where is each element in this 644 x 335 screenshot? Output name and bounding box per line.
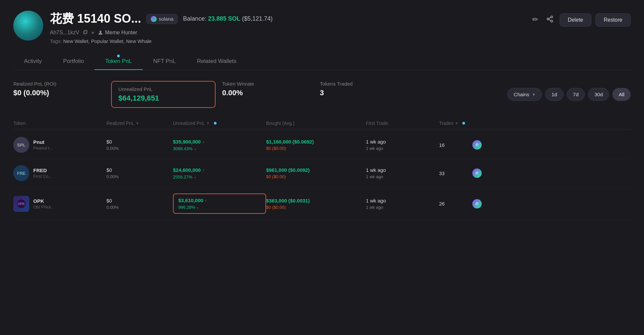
bought-sold-cell: $961,000 ($0.0092) $0 ($0.00) bbox=[266, 167, 366, 179]
share-button[interactable] bbox=[544, 13, 556, 27]
th-chain bbox=[472, 121, 492, 126]
th-bought-sold[interactable]: Bought (Avg.) bbox=[266, 121, 366, 126]
down-chevron: ⌄ bbox=[196, 205, 199, 209]
tab-related-wallets[interactable]: Related Wallets bbox=[186, 53, 247, 70]
trades-count-cell: 16 bbox=[439, 142, 472, 148]
th-trade-times: First Trade bbox=[366, 121, 439, 126]
wallet-address-row: Ah7S...1kzV ● Meme Hunter bbox=[50, 30, 273, 36]
th-trades[interactable]: Trades ▼ bbox=[439, 121, 472, 126]
token-avatar-opk: OPK bbox=[13, 196, 29, 212]
time-btn-all[interactable]: All bbox=[612, 88, 631, 101]
realized-roi-val: 0.00% bbox=[106, 146, 173, 151]
table-header: Token Realized PnL ▼ Unrealized PnL ▼ Bo… bbox=[13, 117, 631, 130]
realized-pnl-val: $0 bbox=[106, 198, 173, 203]
first-trade-val: 1 wk ago bbox=[366, 198, 439, 203]
th-realized-pnl[interactable]: Realized PnL ▼ bbox=[106, 121, 173, 126]
token-name-group: FRED First Co... bbox=[33, 168, 52, 179]
realized-pnl-cell: $0 0.00% bbox=[106, 198, 173, 210]
unrealized-pnl-val: $35,900,000 bbox=[173, 139, 201, 145]
time-btn-30d[interactable]: 30d bbox=[588, 88, 609, 101]
tab-token-pnl[interactable]: Token PnL bbox=[94, 53, 142, 70]
bought-val: $363,000 ($0.0031) bbox=[266, 198, 366, 203]
delete-button[interactable]: Delete bbox=[560, 13, 591, 27]
up-arrow: ↑ bbox=[202, 140, 205, 145]
time-btn-1d[interactable]: 1d bbox=[545, 88, 564, 101]
restore-button[interactable]: Restore bbox=[595, 13, 631, 27]
realized-pnl-cell: $0 0.00% bbox=[106, 139, 173, 151]
realized-pnl-val: $0 bbox=[106, 139, 173, 145]
sort-icon: ▼ bbox=[135, 121, 139, 125]
svg-line-6 bbox=[549, 19, 551, 21]
trade-times-cell: 1 wk ago 1 wk ago bbox=[366, 167, 439, 179]
tags-row: Tags: New Wallet, Popular Wallet, New Wh… bbox=[50, 38, 273, 44]
unrealized-pnl-cell: $24,600,000 ↑ 2558.27% ⌄ bbox=[173, 167, 266, 179]
th-unrealized-pnl[interactable]: Unrealized PnL ▼ bbox=[173, 121, 266, 126]
last-trade-val: 1 wk ago bbox=[366, 205, 439, 210]
chain-badge[interactable]: solana bbox=[146, 14, 178, 24]
down-chevron: ⌄ bbox=[194, 147, 197, 151]
unrealized-roi-val: 996.28% ⌄ bbox=[178, 205, 261, 210]
chains-label: Chains bbox=[514, 92, 529, 97]
tab-portfolio[interactable]: Portfolio bbox=[53, 53, 94, 70]
tab-activity[interactable]: Activity bbox=[13, 53, 53, 70]
edit-button[interactable]: ✏ bbox=[530, 13, 540, 26]
unrealized-pnl-stat: Unrealized PnL $64,129,651 bbox=[111, 81, 216, 108]
first-trade-val: 1 wk ago bbox=[366, 139, 439, 145]
trades-count-cell: 33 bbox=[439, 170, 472, 176]
sold-val: $0 ($0.00) bbox=[266, 146, 366, 151]
unrealized-pnl-val: $3,610,000 bbox=[178, 197, 203, 203]
page-header: 花费 15140 SO... solana Balance: 23.885 SO… bbox=[13, 11, 631, 44]
wallet-address: Ah7S...1kzV bbox=[50, 30, 79, 36]
chains-dropdown[interactable]: Chains ▼ bbox=[507, 88, 542, 101]
trade-times-cell: 1 wk ago 1 wk ago bbox=[366, 198, 439, 210]
chain-icon-row bbox=[472, 140, 482, 150]
svg-line-7 bbox=[549, 17, 551, 19]
token-sub: Obi PNut... bbox=[33, 204, 55, 209]
balance-sol: 23.885 SOL bbox=[208, 15, 240, 22]
realized-roi-val: 0.00% bbox=[106, 205, 173, 210]
svg-text:OPK: OPK bbox=[18, 202, 25, 206]
token-name: Pnut bbox=[33, 139, 53, 145]
solana-chain-icon bbox=[151, 16, 157, 22]
copy-icon[interactable] bbox=[82, 30, 88, 35]
user-badge: Meme Hunter bbox=[98, 30, 137, 36]
balance-label: Balance: 23.885 SOL ($5,121.74) bbox=[183, 15, 272, 22]
wallet-title-row: 花费 15140 SO... solana Balance: 23.885 SO… bbox=[50, 11, 273, 27]
wallet-details: 花费 15140 SO... solana Balance: 23.885 SO… bbox=[50, 11, 273, 44]
unrealized-pnl-label: Unrealized PnL bbox=[118, 86, 208, 92]
token-winrate-value: 0.00% bbox=[222, 89, 312, 97]
filters-right: Chains ▼ 1d 7d 30d All bbox=[507, 81, 631, 108]
realized-roi-val: 0.00% bbox=[106, 174, 173, 179]
token-avatar-pnut: SPL bbox=[13, 137, 29, 153]
tags-label: Tags: bbox=[50, 38, 62, 44]
time-btn-7d[interactable]: 7d bbox=[567, 88, 585, 101]
bought-sold-cell: $1,160,000 ($0.0692) $0 ($0.00) bbox=[266, 139, 366, 151]
token-winrate-label: Token Winrate bbox=[222, 81, 312, 87]
trades-dot bbox=[462, 122, 465, 125]
chain-icon-row bbox=[472, 168, 482, 178]
svg-point-3 bbox=[551, 16, 553, 18]
user-icon bbox=[98, 30, 103, 35]
tokens-traded-stat: Tokens Traded 3 bbox=[320, 81, 418, 108]
tab-nft-pnl[interactable]: NFT PnL bbox=[143, 53, 187, 70]
unrealized-roi-val: 2558.27% ⌄ bbox=[173, 174, 266, 179]
user-label: Meme Hunter bbox=[105, 30, 137, 36]
up-arrow: ↑ bbox=[205, 198, 207, 203]
unrealized-pnl-val: $24,600,000 bbox=[173, 167, 201, 173]
trade-times-cell: 1 wk ago 1 wk ago bbox=[366, 139, 439, 151]
chain-label: solana bbox=[159, 16, 173, 22]
realized-pnl-value: $0 (0.00%) bbox=[13, 89, 103, 97]
token-name-group: OPK Obi PNut... bbox=[33, 198, 55, 209]
tab-active-dot bbox=[117, 55, 120, 57]
wallet-name: 花费 15140 SO... bbox=[50, 11, 141, 27]
chains-chevron: ▼ bbox=[532, 93, 536, 97]
token-table: Token Realized PnL ▼ Unrealized PnL ▼ Bo… bbox=[13, 117, 631, 220]
svg-point-5 bbox=[551, 20, 553, 22]
token-name: FRED bbox=[33, 168, 52, 173]
token-avatar-fred: FRE bbox=[13, 165, 29, 181]
first-trade-val: 1 wk ago bbox=[366, 167, 439, 173]
header-actions: ✏ Delete Restore bbox=[530, 13, 631, 27]
wallet-avatar bbox=[13, 11, 43, 41]
token-cell-pnut: SPL Pnut Peanut t... bbox=[13, 137, 106, 153]
tokens-traded-value: 3 bbox=[320, 89, 410, 97]
